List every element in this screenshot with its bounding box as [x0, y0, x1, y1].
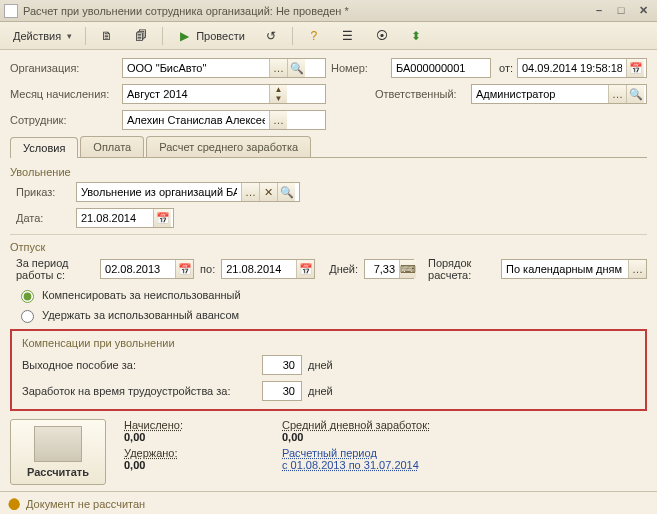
accrued-label: Начислено: [124, 419, 264, 431]
select-button[interactable]: … [269, 111, 287, 129]
app-icon [4, 4, 18, 18]
calc-period-link[interactable]: Расчетный период с 01.08.2013 по 31.07.2… [282, 447, 430, 471]
toolbar: Действия ▾ 🗎 🗐 ▶ Провести ↺ ? ☰ ⦿ ⬍ [0, 22, 657, 50]
tool-refresh-button[interactable]: ↺ [256, 25, 286, 47]
tree-icon: ⦿ [374, 28, 390, 44]
period-from-label: За период работы с: [16, 257, 94, 281]
save-icon-button[interactable]: 🗎 [92, 25, 122, 47]
order-field[interactable]: … ✕ 🔍 [76, 182, 300, 202]
dismiss-date-label: Дата: [16, 212, 76, 224]
withheld-label: Удержано: [124, 447, 264, 459]
calculator-icon [34, 426, 82, 462]
tree-view-button[interactable]: ⦿ [367, 25, 397, 47]
earnings-label: Заработок на время трудоустройства за: [22, 385, 262, 397]
struct-button[interactable]: ⬍ [401, 25, 431, 47]
select-button[interactable]: … [241, 183, 259, 201]
radio-withhold[interactable] [21, 310, 34, 323]
chevron-down-icon: ▾ [65, 31, 72, 41]
org-input[interactable] [123, 59, 269, 77]
earnings-input[interactable] [263, 382, 299, 400]
actions-menu[interactable]: Действия ▾ [6, 27, 79, 45]
dismissal-title: Увольнение [10, 166, 647, 178]
dismiss-date-input[interactable] [77, 209, 153, 227]
number-label: Номер: [331, 62, 391, 74]
search-button[interactable]: 🔍 [287, 59, 305, 77]
calendar-button[interactable]: 📅 [153, 209, 171, 227]
period-to-field[interactable]: 📅 [221, 259, 315, 279]
days-field[interactable]: ⌨ [364, 259, 414, 279]
search-button[interactable]: 🔍 [626, 85, 644, 103]
help-button[interactable]: ? [299, 25, 329, 47]
severance-input[interactable] [263, 356, 299, 374]
tab-conditions[interactable]: Условия [10, 137, 78, 158]
post-icon: ▶ [176, 28, 192, 44]
calculate-label: Рассчитать [19, 466, 97, 478]
dismiss-date-field[interactable]: 📅 [76, 208, 174, 228]
calendar-button[interactable]: 📅 [296, 260, 314, 278]
calc-order-label: Порядок расчета: [428, 257, 495, 281]
list-view-button[interactable]: ☰ [333, 25, 363, 47]
org-label: Организация: [10, 62, 122, 74]
month-input[interactable] [123, 85, 269, 103]
minimize-button[interactable]: – [591, 4, 607, 17]
compensation-box: Компенсации при увольнении Выходное посо… [10, 329, 647, 411]
severance-field[interactable] [262, 355, 302, 375]
maximize-button[interactable]: □ [613, 4, 629, 17]
period-value: с 01.08.2013 по 31.07.2014 [282, 459, 419, 471]
accrued-value: 0,00 [124, 431, 264, 443]
doc-date-input[interactable] [518, 59, 626, 77]
close-button[interactable]: ✕ [635, 4, 651, 17]
period-from-field[interactable]: 📅 [100, 259, 194, 279]
calendar-button[interactable]: 📅 [626, 59, 644, 77]
period-from-input[interactable] [101, 260, 175, 278]
responsible-field[interactable]: … 🔍 [471, 84, 647, 104]
warning-icon: ⬤ [8, 497, 20, 510]
days-input[interactable] [365, 260, 399, 278]
period-to-input[interactable] [222, 260, 296, 278]
avg-value: 0,00 [282, 431, 430, 443]
tab-average[interactable]: Расчет среднего заработка [146, 136, 311, 157]
form-area: Организация: … 🔍 Номер: от: 📅 Месяц начи… [0, 50, 657, 491]
period-to-label: по: [200, 263, 215, 275]
responsible-input[interactable] [472, 85, 608, 103]
calc-order-input[interactable] [502, 260, 628, 278]
employee-field[interactable]: … [122, 110, 326, 130]
calc-icon[interactable]: ⌨ [399, 260, 416, 278]
number-input[interactable] [392, 59, 488, 77]
calc-order-field[interactable]: … [501, 259, 647, 279]
actions-label: Действия [13, 30, 61, 42]
post-label: Провести [196, 30, 245, 42]
search-button[interactable]: 🔍 [277, 183, 295, 201]
dropdown-button[interactable]: … [628, 260, 646, 278]
avg-block: Средний дневной заработок: 0,00 Расчетны… [282, 419, 430, 471]
select-button[interactable]: … [608, 85, 626, 103]
radio-compensate[interactable] [21, 290, 34, 303]
calendar-button[interactable]: 📅 [175, 260, 193, 278]
month-spin-up[interactable]: ▲▼ [269, 85, 287, 103]
window-title: Расчет при увольнении сотрудника организ… [23, 5, 591, 17]
employee-label: Сотрудник: [10, 114, 122, 126]
window-titlebar: Расчет при увольнении сотрудника организ… [0, 0, 657, 22]
copy-icon-button[interactable]: 🗐 [126, 25, 156, 47]
help-icon: ? [306, 28, 322, 44]
severance-label: Выходное пособие за: [22, 359, 262, 371]
doc-new-icon: 🗎 [99, 28, 115, 44]
vacation-title: Отпуск [10, 241, 647, 253]
calculate-button[interactable]: Рассчитать [10, 419, 106, 485]
clear-button[interactable]: ✕ [259, 183, 277, 201]
employee-input[interactable] [123, 111, 269, 129]
select-button[interactable]: … [269, 59, 287, 77]
number-field[interactable] [391, 58, 491, 78]
days-label: Дней: [329, 263, 358, 275]
days-suffix: дней [308, 359, 333, 371]
compensation-title: Компенсации при увольнении [22, 337, 635, 349]
org-field[interactable]: … 🔍 [122, 58, 326, 78]
doc-date-field[interactable]: 📅 [517, 58, 647, 78]
month-field[interactable]: ▲▼ [122, 84, 326, 104]
toolbar-separator [292, 27, 293, 45]
earnings-field[interactable] [262, 381, 302, 401]
tab-payment[interactable]: Оплата [80, 136, 144, 157]
order-input[interactable] [77, 183, 241, 201]
post-button[interactable]: ▶ Провести [169, 25, 252, 47]
accrued-block: Начислено: 0,00 Удержано: 0,00 [124, 419, 264, 471]
